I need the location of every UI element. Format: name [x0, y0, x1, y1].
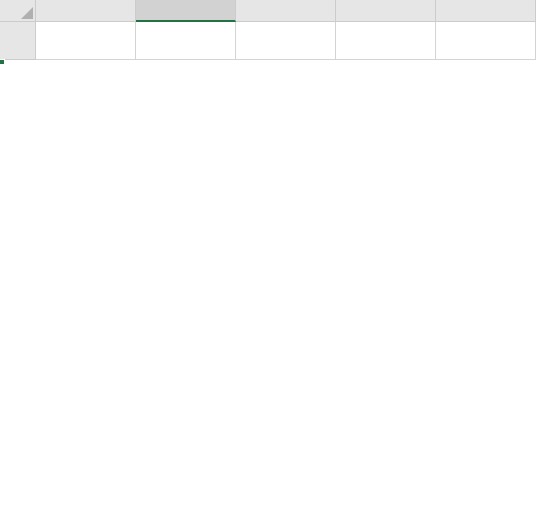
cell-c1[interactable]	[236, 22, 336, 60]
col-header-c[interactable]	[236, 0, 336, 22]
col-header-e[interactable]	[436, 0, 536, 22]
row-header-1[interactable]	[0, 22, 36, 60]
select-all-corner[interactable]	[0, 0, 36, 22]
cell-b1[interactable]	[136, 22, 236, 60]
col-header-d[interactable]	[336, 0, 436, 22]
cell-e1[interactable]	[436, 22, 536, 60]
col-header-b[interactable]	[136, 0, 236, 22]
cell-a1[interactable]	[36, 22, 136, 60]
selection-outline	[0, 60, 4, 64]
col-header-a[interactable]	[36, 0, 136, 22]
cell-d1[interactable]	[336, 22, 436, 60]
